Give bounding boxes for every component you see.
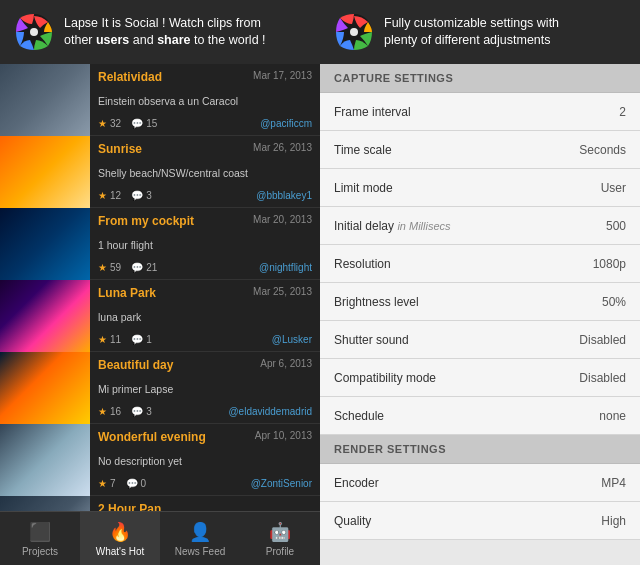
- feed-title: Beautiful day: [98, 358, 173, 372]
- star-icon: ★: [98, 334, 107, 345]
- feed-thumbnail: [0, 280, 90, 352]
- feed-stats: ★16 💬3: [98, 406, 152, 417]
- star-icon: ★: [98, 406, 107, 417]
- feed-bottom: ★32 💬15 @pacificcm: [98, 118, 312, 129]
- setting-label: Frame interval: [334, 105, 411, 119]
- feed-description: Shelly beach/NSW/central coast: [98, 167, 312, 179]
- feed-info: Luna Park Mar 25, 2013 luna park ★11 💬1 …: [90, 280, 320, 351]
- star-count: ★12: [98, 190, 121, 201]
- nav-profile[interactable]: 🤖 Profile: [240, 512, 320, 565]
- settings-row[interactable]: Encoder MP4: [320, 464, 640, 502]
- feed-title: Wonderful evening: [98, 430, 206, 444]
- settings-row[interactable]: Limit mode User: [320, 169, 640, 207]
- feed-info: Beautiful day Apr 6, 2013 Mi primer Laps…: [90, 352, 320, 423]
- feed-item[interactable]: 2 Hour Pan: [0, 496, 320, 511]
- setting-label: Initial delay in Millisecs: [334, 219, 451, 233]
- comment-icon: 💬: [126, 478, 138, 489]
- right-header: Fully customizable settings with plenty …: [320, 0, 640, 64]
- settings-row[interactable]: Frame interval 2: [320, 93, 640, 131]
- feed-username: @pacificcm: [260, 118, 312, 129]
- settings-row[interactable]: Resolution 1080p: [320, 245, 640, 283]
- projects-icon: ⬛: [29, 521, 51, 543]
- settings-content: CAPTURE SETTINGS Frame interval 2 Time s…: [320, 64, 640, 565]
- feed-item[interactable]: Wonderful evening Apr 10, 2013 No descri…: [0, 424, 320, 496]
- feed-title: Sunrise: [98, 142, 142, 156]
- setting-label: Limit mode: [334, 181, 393, 195]
- comment-count: 💬3: [131, 406, 152, 417]
- right-header-text: Fully customizable settings with plenty …: [384, 15, 559, 50]
- feed-top: From my cockpit Mar 20, 2013: [98, 214, 312, 228]
- feed-item[interactable]: Luna Park Mar 25, 2013 luna park ★11 💬1 …: [0, 280, 320, 352]
- feed-description: No description yet: [98, 455, 312, 467]
- feed-date: Mar 17, 2013: [253, 70, 312, 81]
- feed-thumbnail: [0, 136, 90, 208]
- setting-label: Encoder: [334, 476, 379, 490]
- setting-value: High: [601, 514, 626, 528]
- settings-row[interactable]: Time scale Seconds: [320, 131, 640, 169]
- setting-label: Resolution: [334, 257, 391, 271]
- settings-row[interactable]: Brightness level 50%: [320, 283, 640, 321]
- feed-username: @nightflight: [259, 262, 312, 273]
- feed-bottom: ★16 💬3 @eldaviddemadrid: [98, 406, 312, 417]
- right-panel: Fully customizable settings with plenty …: [320, 0, 640, 565]
- feed-top: Luna Park Mar 25, 2013: [98, 286, 312, 300]
- feed-title: From my cockpit: [98, 214, 194, 228]
- settings-row[interactable]: Initial delay in Millisecs 500: [320, 207, 640, 245]
- feed-item[interactable]: Beautiful day Apr 6, 2013 Mi primer Laps…: [0, 352, 320, 424]
- nav-news-feed[interactable]: 👤 News Feed: [160, 512, 240, 565]
- comment-icon: 💬: [131, 118, 143, 129]
- setting-value: MP4: [601, 476, 626, 490]
- feed-description: luna park: [98, 311, 312, 323]
- nav-projects[interactable]: ⬛ Projects: [0, 512, 80, 565]
- feed-description: Mi primer Lapse: [98, 383, 312, 395]
- setting-value: 1080p: [593, 257, 626, 271]
- setting-value: Disabled: [579, 333, 626, 347]
- comment-count: 💬21: [131, 262, 157, 273]
- svg-point-2: [30, 28, 38, 36]
- app-logo: [14, 12, 54, 52]
- setting-value: User: [601, 181, 626, 195]
- feed-item[interactable]: Sunrise Mar 26, 2013 Shelly beach/NSW/ce…: [0, 136, 320, 208]
- feed-stats: ★32 💬15: [98, 118, 157, 129]
- setting-label: Shutter sound: [334, 333, 409, 347]
- feed-top: Sunrise Mar 26, 2013: [98, 142, 312, 156]
- feed-item[interactable]: From my cockpit Mar 20, 2013 1 hour flig…: [0, 208, 320, 280]
- feed-username: @ZontiSenior: [251, 478, 312, 489]
- settings-section-header: CAPTURE SETTINGS: [320, 64, 640, 93]
- setting-value: Disabled: [579, 371, 626, 385]
- feed-info: From my cockpit Mar 20, 2013 1 hour flig…: [90, 208, 320, 279]
- setting-value: 2: [619, 105, 626, 119]
- right-logo: [334, 12, 374, 52]
- nav-profile-label: Profile: [266, 546, 294, 557]
- star-icon: ★: [98, 262, 107, 273]
- settings-row[interactable]: Schedule none: [320, 397, 640, 435]
- comment-count: 💬0: [126, 478, 147, 489]
- settings-row[interactable]: Shutter sound Disabled: [320, 321, 640, 359]
- feed-username: @Lusker: [272, 334, 312, 345]
- header-text: Lapse It is Social ! Watch clips from ot…: [64, 15, 266, 50]
- settings-row[interactable]: Quality High: [320, 502, 640, 540]
- setting-value: none: [599, 409, 626, 423]
- star-icon: ★: [98, 190, 107, 201]
- feed-thumbnail: [0, 352, 90, 424]
- feed-title: 2 Hour Pan: [98, 502, 161, 511]
- feed-list: Relatividad Mar 17, 2013 Einstein observ…: [0, 64, 320, 511]
- comment-icon: 💬: [131, 334, 143, 345]
- feed-stats: ★12 💬3: [98, 190, 152, 201]
- feed-title: Luna Park: [98, 286, 156, 300]
- news-feed-icon: 👤: [189, 521, 211, 543]
- feed-bottom: ★59 💬21 @nightflight: [98, 262, 312, 273]
- feed-item[interactable]: Relatividad Mar 17, 2013 Einstein observ…: [0, 64, 320, 136]
- feed-bottom: ★7 💬0 @ZontiSenior: [98, 478, 312, 489]
- feed-username: @eldaviddemadrid: [228, 406, 312, 417]
- feed-bottom: ★12 💬3 @bbblakey1: [98, 190, 312, 201]
- nav-whats-hot[interactable]: 🔥 What's Hot: [80, 512, 160, 565]
- left-panel: Lapse It is Social ! Watch clips from ot…: [0, 0, 320, 565]
- setting-value: 50%: [602, 295, 626, 309]
- setting-label: Compatibility mode: [334, 371, 436, 385]
- settings-row[interactable]: Compatibility mode Disabled: [320, 359, 640, 397]
- feed-description: Einstein observa a un Caracol: [98, 95, 312, 107]
- star-count: ★11: [98, 334, 121, 345]
- nav-projects-label: Projects: [22, 546, 58, 557]
- star-count: ★32: [98, 118, 121, 129]
